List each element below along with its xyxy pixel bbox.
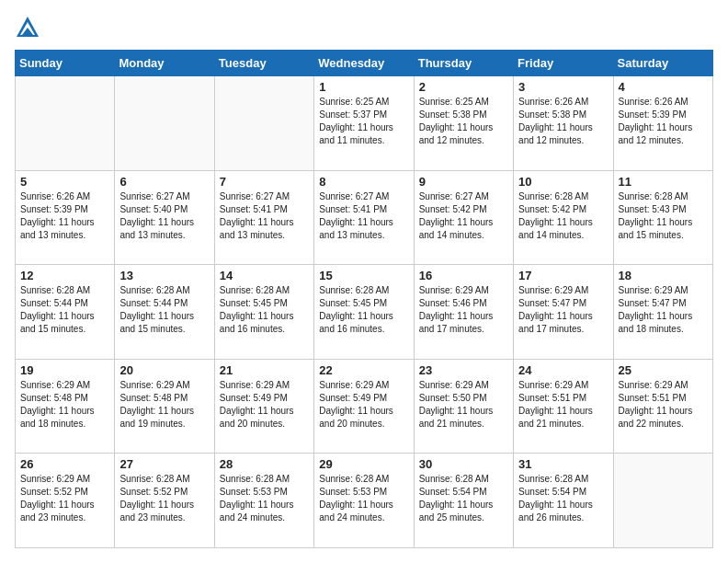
day-number: 31 [518, 457, 608, 471]
day-number: 20 [119, 363, 209, 377]
calendar-cell: 17Sunrise: 6:29 AM Sunset: 5:47 PM Dayli… [514, 265, 613, 360]
logo [15, 15, 44, 40]
day-info: Sunrise: 6:29 AM Sunset: 5:49 PM Dayligh… [319, 379, 408, 431]
day-info: Sunrise: 6:29 AM Sunset: 5:46 PM Dayligh… [419, 284, 508, 336]
calendar-cell: 20Sunrise: 6:29 AM Sunset: 5:48 PM Dayli… [115, 359, 214, 454]
day-info: Sunrise: 6:29 AM Sunset: 5:50 PM Dayligh… [419, 379, 508, 431]
calendar-week-5: 26Sunrise: 6:29 AM Sunset: 5:52 PM Dayli… [16, 454, 713, 548]
day-info: Sunrise: 6:28 AM Sunset: 5:43 PM Dayligh… [619, 190, 708, 242]
calendar-cell: 18Sunrise: 6:29 AM Sunset: 5:47 PM Dayli… [613, 265, 712, 360]
col-header-tuesday: Tuesday [214, 51, 313, 76]
day-info: Sunrise: 6:29 AM Sunset: 5:49 PM Dayligh… [220, 379, 309, 431]
calendar-cell [214, 76, 313, 171]
day-info: Sunrise: 6:29 AM Sunset: 5:47 PM Dayligh… [518, 284, 608, 336]
day-info: Sunrise: 6:25 AM Sunset: 5:38 PM Dayligh… [419, 96, 508, 147]
calendar-cell: 2Sunrise: 6:25 AM Sunset: 5:38 PM Daylig… [414, 76, 513, 171]
calendar-cell: 28Sunrise: 6:28 AM Sunset: 5:53 PM Dayli… [214, 454, 313, 548]
day-number: 10 [518, 175, 608, 189]
day-number: 3 [518, 80, 608, 94]
day-number: 19 [20, 363, 109, 377]
day-number: 2 [419, 80, 508, 94]
calendar-cell [115, 76, 214, 171]
calendar-cell: 26Sunrise: 6:29 AM Sunset: 5:52 PM Dayli… [16, 454, 115, 548]
header [15, 15, 713, 40]
day-number: 4 [619, 80, 708, 94]
day-info: Sunrise: 6:28 AM Sunset: 5:45 PM Dayligh… [220, 284, 309, 336]
day-info: Sunrise: 6:27 AM Sunset: 5:41 PM Dayligh… [220, 190, 309, 242]
calendar-cell: 13Sunrise: 6:28 AM Sunset: 5:44 PM Dayli… [115, 265, 214, 360]
day-info: Sunrise: 6:27 AM Sunset: 5:40 PM Dayligh… [119, 190, 209, 242]
day-info: Sunrise: 6:28 AM Sunset: 5:44 PM Dayligh… [20, 284, 109, 336]
day-info: Sunrise: 6:28 AM Sunset: 5:54 PM Dayligh… [518, 473, 608, 524]
day-number: 13 [119, 269, 209, 282]
day-info: Sunrise: 6:26 AM Sunset: 5:39 PM Dayligh… [619, 96, 708, 147]
day-number: 17 [518, 269, 608, 282]
day-number: 15 [319, 269, 408, 282]
day-number: 16 [419, 269, 508, 282]
calendar-cell: 7Sunrise: 6:27 AM Sunset: 5:41 PM Daylig… [214, 170, 313, 265]
calendar-header-row: SundayMondayTuesdayWednesdayThursdayFrid… [16, 51, 713, 76]
calendar-cell: 30Sunrise: 6:28 AM Sunset: 5:54 PM Dayli… [414, 454, 513, 548]
calendar-cell: 29Sunrise: 6:28 AM Sunset: 5:53 PM Dayli… [314, 454, 414, 548]
day-info: Sunrise: 6:28 AM Sunset: 5:53 PM Dayligh… [319, 473, 408, 524]
day-number: 14 [220, 269, 309, 282]
day-info: Sunrise: 6:29 AM Sunset: 5:48 PM Dayligh… [119, 379, 209, 431]
day-number: 12 [20, 269, 109, 282]
day-number: 6 [119, 175, 209, 189]
calendar-cell: 16Sunrise: 6:29 AM Sunset: 5:46 PM Dayli… [414, 265, 513, 360]
day-number: 27 [119, 457, 209, 471]
day-number: 22 [319, 363, 408, 377]
day-number: 1 [319, 80, 408, 94]
col-header-thursday: Thursday [414, 51, 513, 76]
day-info: Sunrise: 6:29 AM Sunset: 5:48 PM Dayligh… [20, 379, 109, 431]
calendar-cell: 5Sunrise: 6:26 AM Sunset: 5:39 PM Daylig… [16, 170, 115, 265]
calendar-cell: 1Sunrise: 6:25 AM Sunset: 5:37 PM Daylig… [314, 76, 414, 171]
day-number: 30 [419, 457, 508, 471]
calendar-cell [16, 76, 115, 171]
day-number: 26 [20, 457, 109, 471]
day-info: Sunrise: 6:28 AM Sunset: 5:54 PM Dayligh… [419, 473, 508, 524]
day-info: Sunrise: 6:27 AM Sunset: 5:42 PM Dayligh… [419, 190, 508, 242]
day-info: Sunrise: 6:26 AM Sunset: 5:39 PM Dayligh… [20, 190, 109, 242]
calendar-week-2: 5Sunrise: 6:26 AM Sunset: 5:39 PM Daylig… [16, 170, 713, 265]
day-info: Sunrise: 6:26 AM Sunset: 5:38 PM Dayligh… [518, 96, 608, 147]
day-number: 28 [220, 457, 309, 471]
col-header-monday: Monday [115, 51, 214, 76]
col-header-wednesday: Wednesday [314, 51, 414, 76]
day-number: 29 [319, 457, 408, 471]
calendar-cell: 31Sunrise: 6:28 AM Sunset: 5:54 PM Dayli… [514, 454, 613, 548]
calendar-cell: 12Sunrise: 6:28 AM Sunset: 5:44 PM Dayli… [16, 265, 115, 360]
calendar-week-4: 19Sunrise: 6:29 AM Sunset: 5:48 PM Dayli… [16, 359, 713, 454]
day-info: Sunrise: 6:28 AM Sunset: 5:45 PM Dayligh… [319, 284, 408, 336]
logo-icon [15, 15, 40, 40]
calendar-cell: 10Sunrise: 6:28 AM Sunset: 5:42 PM Dayli… [514, 170, 613, 265]
calendar-cell: 11Sunrise: 6:28 AM Sunset: 5:43 PM Dayli… [613, 170, 712, 265]
col-header-saturday: Saturday [613, 51, 712, 76]
col-header-friday: Friday [514, 51, 613, 76]
day-info: Sunrise: 6:27 AM Sunset: 5:41 PM Dayligh… [319, 190, 408, 242]
day-number: 24 [518, 363, 608, 377]
day-info: Sunrise: 6:29 AM Sunset: 5:52 PM Dayligh… [20, 473, 109, 524]
day-info: Sunrise: 6:28 AM Sunset: 5:53 PM Dayligh… [220, 473, 309, 524]
calendar-cell: 6Sunrise: 6:27 AM Sunset: 5:40 PM Daylig… [115, 170, 214, 265]
calendar-week-3: 12Sunrise: 6:28 AM Sunset: 5:44 PM Dayli… [16, 265, 713, 360]
day-info: Sunrise: 6:29 AM Sunset: 5:47 PM Dayligh… [619, 284, 708, 336]
calendar-cell: 25Sunrise: 6:29 AM Sunset: 5:51 PM Dayli… [613, 359, 712, 454]
calendar-cell: 21Sunrise: 6:29 AM Sunset: 5:49 PM Dayli… [214, 359, 313, 454]
calendar-cell: 14Sunrise: 6:28 AM Sunset: 5:45 PM Dayli… [214, 265, 313, 360]
page: SundayMondayTuesdayWednesdayThursdayFrid… [0, 0, 728, 563]
day-number: 23 [419, 363, 508, 377]
day-info: Sunrise: 6:29 AM Sunset: 5:51 PM Dayligh… [619, 379, 708, 431]
calendar-cell: 24Sunrise: 6:29 AM Sunset: 5:51 PM Dayli… [514, 359, 613, 454]
day-info: Sunrise: 6:29 AM Sunset: 5:51 PM Dayligh… [518, 379, 608, 431]
calendar-cell: 27Sunrise: 6:28 AM Sunset: 5:52 PM Dayli… [115, 454, 214, 548]
day-info: Sunrise: 6:28 AM Sunset: 5:44 PM Dayligh… [119, 284, 209, 336]
day-number: 9 [419, 175, 508, 189]
calendar-cell: 15Sunrise: 6:28 AM Sunset: 5:45 PM Dayli… [314, 265, 414, 360]
day-number: 18 [619, 269, 708, 282]
calendar-cell: 4Sunrise: 6:26 AM Sunset: 5:39 PM Daylig… [613, 76, 712, 171]
calendar-cell [613, 454, 712, 548]
col-header-sunday: Sunday [16, 51, 115, 76]
calendar-cell: 19Sunrise: 6:29 AM Sunset: 5:48 PM Dayli… [16, 359, 115, 454]
calendar-cell: 9Sunrise: 6:27 AM Sunset: 5:42 PM Daylig… [414, 170, 513, 265]
